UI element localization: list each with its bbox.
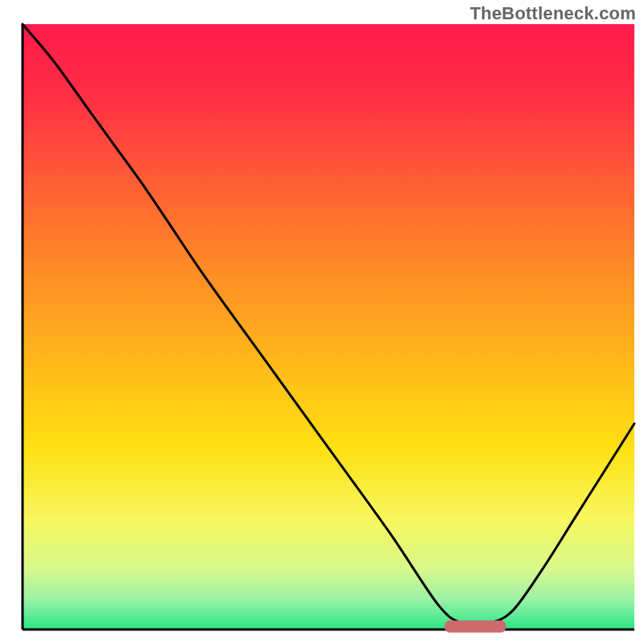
watermark-text: TheBottleneck.com (470, 3, 636, 24)
bottleneck-chart (0, 0, 644, 644)
plot-background (23, 24, 634, 630)
optimal-marker (444, 621, 506, 633)
